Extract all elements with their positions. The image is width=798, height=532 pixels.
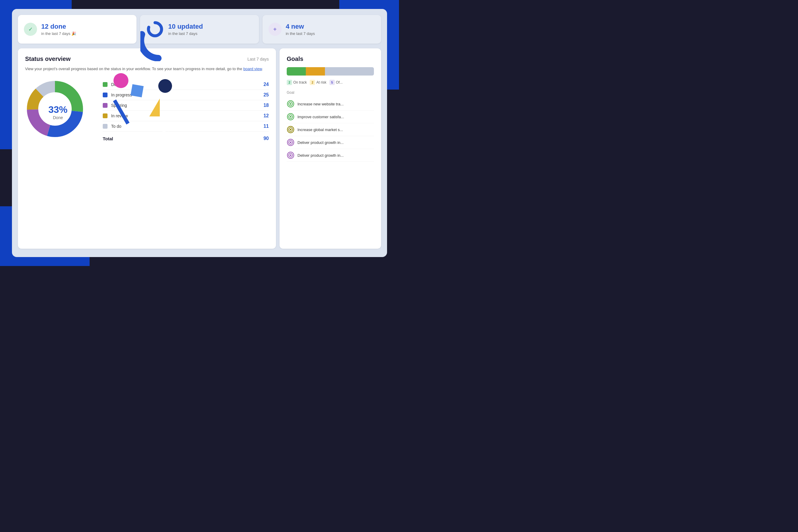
goal-icon-4	[287, 138, 295, 146]
goals-progress-bar	[287, 67, 374, 76]
goal-icon-1	[287, 100, 295, 108]
goals-title: Goals	[287, 56, 374, 62]
donut-label: Done	[49, 115, 68, 120]
svg-point-14	[290, 116, 291, 117]
svg-point-20	[290, 141, 291, 143]
legend-total-count: 90	[263, 136, 269, 141]
panel-description: View your project's overall progress bas…	[25, 66, 269, 72]
legend-count-done: 24	[263, 82, 269, 87]
main-container: 〜 〜 ✓ 12 done in the last 7 days 🎉 10 up…	[12, 9, 387, 257]
legend-item-todo: To do 11	[103, 121, 269, 132]
at-risk-count: 2	[310, 80, 315, 85]
goals-column-header: Goal	[287, 91, 374, 95]
done-title: 12 done	[41, 23, 76, 31]
done-stat-card: ✓ 12 done in the last 7 days 🎉	[18, 15, 136, 43]
new-icon: +	[268, 23, 282, 36]
legend-dot-done	[103, 82, 108, 87]
off-track-label: Of...	[336, 80, 343, 84]
content-row: Status overview Last 7 days View your pr…	[18, 49, 381, 249]
board-view-link[interactable]: board view	[243, 66, 262, 71]
status-panel-header: Status overview Last 7 days	[25, 56, 269, 62]
off-track-count: 5	[329, 80, 335, 85]
filter-on-track[interactable]: 2 On track	[287, 80, 307, 85]
goal-item-5[interactable]: Deliver product growth in...	[287, 149, 374, 162]
donut-percent: 33%	[49, 104, 68, 115]
legend-count-inprogress: 25	[263, 92, 269, 98]
filter-at-risk[interactable]: 2 At risk	[310, 80, 326, 85]
legend-count-sparring: 18	[263, 103, 269, 108]
legend-total-row: Total 90	[103, 133, 269, 144]
status-panel: Status overview Last 7 days View your pr…	[18, 49, 276, 249]
goal-icon-3	[287, 126, 295, 133]
filter-badges: 2 On track 2 At risk 5 Of...	[287, 80, 374, 85]
filter-off-track[interactable]: 5 Of...	[329, 80, 343, 85]
done-info: 12 done in the last 7 days 🎉	[41, 23, 76, 36]
donut-center: 33% Done	[49, 104, 68, 120]
goal-text-1: Increase new website tra...	[297, 102, 374, 106]
progress-on-track	[287, 67, 306, 76]
progress-at-risk	[306, 67, 325, 76]
progress-off-track	[325, 67, 374, 76]
goal-text-2: Improve customer satisfa...	[297, 115, 374, 119]
legend-name-todo: To do	[111, 124, 263, 129]
legend-name-inreview: In review	[111, 113, 263, 118]
donut-chart: 33% Done	[25, 79, 91, 145]
goal-item-4[interactable]: Deliver product growth in...	[287, 136, 374, 149]
svg-point-17	[290, 129, 291, 130]
at-risk-label: At risk	[316, 80, 326, 84]
legend-name-sparring: Sparring	[111, 103, 263, 108]
goal-text-3: Increase global market s...	[297, 128, 374, 132]
updated-info: 10 updated in the last 7 days	[168, 23, 203, 36]
legend-item-done: Done 24	[103, 79, 269, 90]
legend-item-inreview: In review 12	[103, 111, 269, 121]
status-panel-title: Status overview	[25, 56, 71, 62]
on-track-label: On track	[293, 80, 307, 84]
updated-icon	[146, 20, 164, 38]
legend-item-sparring: Sparring 18	[103, 100, 269, 111]
chart-legend: Done 24 In progress 25 Sparring 18	[103, 79, 269, 144]
legend-dot-inprogress	[103, 93, 108, 97]
goal-text-5: Deliver product growth in...	[297, 153, 374, 158]
updated-title: 10 updated	[168, 23, 203, 31]
goal-icon-5	[287, 151, 295, 159]
on-track-count: 2	[287, 80, 292, 85]
new-info: 4 new in the last 7 days	[286, 23, 315, 36]
legend-count-inreview: 12	[263, 113, 269, 118]
legend-count-todo: 11	[263, 124, 269, 129]
new-title: 4 new	[286, 23, 315, 31]
goal-item-3[interactable]: Increase global market s...	[287, 123, 374, 136]
legend-dot-todo	[103, 124, 108, 129]
goal-icon-2	[287, 113, 295, 120]
goal-item-2[interactable]: Improve customer satisfa...	[287, 111, 374, 123]
legend-item-inprogress: In progress 25	[103, 90, 269, 100]
stats-row: ✓ 12 done in the last 7 days 🎉 10 update…	[18, 15, 381, 43]
legend-name-inprogress: In progress	[111, 93, 263, 97]
svg-point-23	[290, 154, 291, 156]
legend-dot-inreview	[103, 113, 108, 118]
period-label: Last 7 days	[247, 57, 269, 61]
updated-subtitle: in the last 7 days	[168, 31, 203, 36]
updated-stat-card: 10 updated in the last 7 days	[140, 15, 259, 43]
legend-dot-sparring	[103, 103, 108, 108]
done-icon: ✓	[24, 23, 37, 36]
chart-area: 33% Done Done 24 In progress 25	[25, 79, 269, 145]
legend-name-done: Done	[111, 82, 263, 87]
goal-text-4: Deliver product growth in...	[297, 140, 374, 145]
legend-total-label: Total	[103, 136, 263, 141]
new-stat-card: + 4 new in the last 7 days	[262, 15, 381, 43]
goal-item-1[interactable]: Increase new website tra...	[287, 98, 374, 111]
done-subtitle: in the last 7 days 🎉	[41, 31, 76, 36]
new-subtitle: in the last 7 days	[286, 31, 315, 36]
goals-panel: Goals 2 On track 2 At risk 5 Of	[280, 49, 381, 249]
svg-point-11	[290, 103, 291, 104]
